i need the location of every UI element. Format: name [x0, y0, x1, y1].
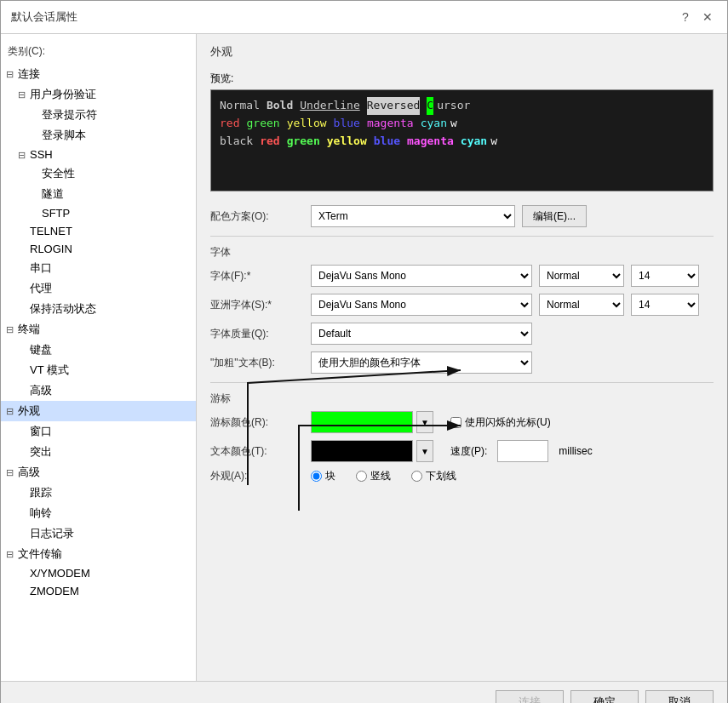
- tree-item-label: 外观: [18, 403, 40, 420]
- tree-item-label: ZMODEM: [30, 584, 79, 598]
- prev-w: w: [450, 115, 457, 133]
- tree-item-ssh[interactable]: ⊟SSH: [1, 146, 196, 163]
- tree-item-label: X/YMODEM: [30, 566, 90, 580]
- prev2-red: red: [260, 133, 279, 151]
- tree-item-login_prompt[interactable]: 登录提示符: [1, 105, 196, 125]
- font-select[interactable]: DejaVu Sans Mono: [311, 265, 532, 287]
- speed-input[interactable]: [497, 440, 548, 462]
- expand-icon: [18, 262, 30, 274]
- tree-item-proxy[interactable]: 代理: [1, 278, 196, 299]
- preview-cursor: C: [427, 97, 433, 115]
- preview-reversed: Reversed: [367, 97, 421, 115]
- tree-item-appearance[interactable]: ⊟外观: [1, 401, 196, 421]
- connect-button[interactable]: 连接: [496, 690, 564, 703]
- text-color-row: 文本颜色(T): ▼ 速度(P): millisec: [210, 440, 714, 462]
- preview-line-1: Normal Bold Underline Reversed C ursor: [220, 97, 704, 115]
- title-bar: 默认会话属性 ? ✕: [1, 1, 727, 34]
- font-label: 字体(F):*: [210, 269, 304, 283]
- asian-font-select[interactable]: DejaVu Sans Mono: [311, 294, 532, 316]
- tree-item-tunnel[interactable]: 隧道: [1, 184, 196, 204]
- text-color-swatch[interactable]: [311, 440, 413, 462]
- preview-line-2: red green yellow blue magenta cyan w: [220, 115, 704, 133]
- preview-bold: Bold: [267, 97, 293, 115]
- tree-item-window[interactable]: 窗口: [1, 421, 196, 442]
- expand-icon: ⊟: [18, 89, 30, 101]
- bold-text-select[interactable]: 使用大胆的颜色和字体使用大胆的颜色使用大胆的字体不使用: [311, 352, 532, 374]
- tree-item-label: 代理: [30, 280, 52, 297]
- expand-icon: ⊟: [6, 405, 18, 418]
- tree-item-label: 保持活动状态: [30, 300, 96, 317]
- blink-cursor-checkbox[interactable]: [450, 417, 461, 428]
- tree-item-serial[interactable]: 串口: [1, 258, 196, 278]
- tree-container: ⊟连接⊟用户身份验证 登录提示符 登录脚本⊟SSH 安全性 隧道 SFTP TE…: [1, 64, 196, 600]
- cursor-color-swatch-row: ▼: [311, 411, 433, 433]
- tree-item-terminal[interactable]: ⊟终端: [1, 319, 196, 340]
- appearance-underline-label[interactable]: 下划线: [411, 469, 456, 483]
- edit-button[interactable]: 编辑(E)...: [522, 205, 587, 227]
- preview-cursor-rest: ursor: [437, 97, 470, 115]
- title-bar-buttons: ? ✕: [676, 8, 717, 26]
- help-button[interactable]: ?: [676, 8, 695, 26]
- font-size-select[interactable]: 891011121314161820: [631, 265, 699, 287]
- prev2-magenta: magenta: [407, 133, 454, 151]
- cursor-color-label: 游标颜色(R):: [210, 415, 304, 430]
- bold-text-row: "加粗"文本(B): 使用大胆的颜色和字体使用大胆的颜色使用大胆的字体不使用: [210, 352, 714, 374]
- tree-item-label: SSH: [30, 147, 53, 162]
- font-style-select[interactable]: NormalBoldItalicBold Italic: [539, 265, 624, 287]
- tree-item-keyboard[interactable]: 键盘: [1, 340, 196, 360]
- tree-item-auth[interactable]: ⊟用户身份验证: [1, 84, 196, 105]
- appearance-bar-label[interactable]: 竖线: [356, 469, 391, 483]
- appearance-underline-radio[interactable]: [411, 471, 422, 482]
- appearance-block-label[interactable]: 块: [311, 469, 335, 483]
- font-quality-select[interactable]: Default: [311, 323, 532, 345]
- appearance-bar-radio[interactable]: [356, 471, 367, 482]
- tree-item-sftp[interactable]: SFTP: [1, 204, 196, 222]
- tree-item-keepalive[interactable]: 保持活动状态: [1, 299, 196, 319]
- tree-item-file_transfer[interactable]: ⊟文件传输: [1, 544, 196, 564]
- cursor-color-row: 游标颜色(R): ▼ 使用闪烁的光标(U): [210, 411, 714, 433]
- asian-font-size-select[interactable]: 891011121314161820: [631, 294, 699, 316]
- tree-item-label: 登录提示符: [42, 106, 97, 123]
- expand-icon: [18, 426, 30, 437]
- tree-item-xymodem[interactable]: X/YMODEM: [1, 564, 196, 582]
- tree-item-bell[interactable]: 响铃: [1, 503, 196, 523]
- tree-item-zmodem[interactable]: ZMODEM: [1, 582, 196, 600]
- tree-item-tracking[interactable]: 跟踪: [1, 483, 196, 503]
- speed-unit: millisec: [559, 445, 592, 457]
- dialog-title: 默认会话属性: [11, 9, 77, 25]
- expand-icon: [30, 109, 42, 121]
- tree-item-advanced[interactable]: 高级: [1, 380, 196, 401]
- appearance-block-radio[interactable]: [311, 471, 322, 482]
- text-color-dropdown[interactable]: ▼: [416, 440, 433, 462]
- blink-cursor-checkbox-label[interactable]: 使用闪烁的光标(U): [450, 415, 551, 430]
- tree-item-label: RLOGIN: [30, 242, 72, 256]
- tree-item-rlogin[interactable]: RLOGIN: [1, 240, 196, 258]
- expand-icon: [18, 507, 30, 519]
- cursor-color-dropdown[interactable]: ▼: [416, 411, 433, 433]
- tree-item-highlight[interactable]: 突出: [1, 442, 196, 462]
- tree-item-vt_mode[interactable]: VT 模式: [1, 360, 196, 380]
- expand-icon: [18, 283, 30, 294]
- tree-item-login_script[interactable]: 登录脚本: [1, 125, 196, 146]
- close-button[interactable]: ✕: [698, 8, 717, 26]
- speed-label: 速度(P):: [450, 444, 487, 459]
- ok-button[interactable]: 确定: [570, 690, 639, 703]
- cursor-section-label: 游标: [210, 392, 714, 406]
- color-scheme-select[interactable]: XTerm: [311, 205, 515, 227]
- cursor-color-swatch[interactable]: [311, 411, 413, 433]
- asian-font-style-select[interactable]: NormalBoldItalicBold Italic: [539, 294, 624, 316]
- tree-item-security[interactable]: 安全性: [1, 163, 196, 184]
- tree-item-label: 高级: [18, 464, 40, 481]
- cancel-button[interactable]: 取消: [645, 690, 714, 703]
- tree-item-advanced2[interactable]: ⊟高级: [1, 462, 196, 483]
- tree-item-label: 终端: [18, 321, 40, 338]
- appearance-bar-text: 竖线: [370, 469, 391, 483]
- expand-icon: ⊟: [6, 68, 18, 81]
- tree-item-label: 突出: [30, 443, 52, 460]
- tree-item-label: 键盘: [30, 341, 52, 358]
- tree-item-log[interactable]: 日志记录: [1, 523, 196, 544]
- tree-item-label: 高级: [30, 382, 52, 399]
- tree-item-connect[interactable]: ⊟连接: [1, 64, 196, 84]
- text-color-swatch-row: ▼: [311, 440, 433, 462]
- tree-item-telnet[interactable]: TELNET: [1, 222, 196, 240]
